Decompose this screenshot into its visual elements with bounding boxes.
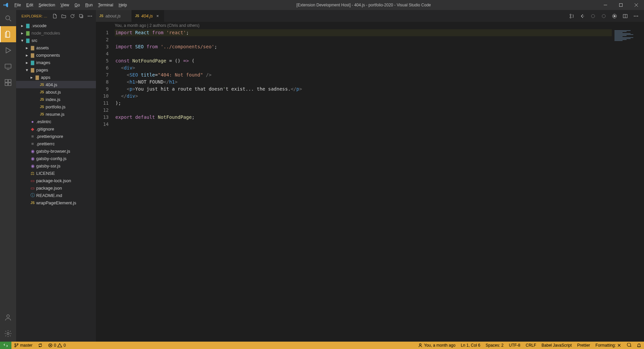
status-feedback-icon[interactable] [624, 342, 634, 349]
tree-folder-src[interactable]: ▾▇src [16, 37, 96, 44]
diff-icon[interactable] [569, 13, 576, 19]
tree-file-package-json[interactable]: ▭package.json [16, 184, 96, 192]
activity-explorer-icon[interactable] [0, 26, 16, 42]
svg-line-5 [9, 19, 11, 21]
new-folder-icon[interactable] [60, 13, 67, 19]
tree-folder-apps[interactable]: ▸▇apps [16, 73, 96, 81]
svg-point-22 [570, 17, 571, 18]
tree-label: about.js [46, 90, 61, 95]
tree-file-about-js[interactable]: JSabout.js [16, 88, 96, 96]
activity-run-icon[interactable] [0, 42, 16, 58]
menu-run[interactable]: Run [83, 3, 95, 7]
tree-file-wrappageelement-js[interactable]: JSwrapPageElement.js [16, 199, 96, 206]
chevron-right-icon: ▸ [24, 53, 30, 58]
svg-rect-17 [79, 14, 82, 17]
svg-point-30 [634, 15, 635, 16]
menu-help[interactable]: Help [116, 3, 130, 7]
svg-point-19 [90, 15, 91, 16]
svg-point-39 [420, 344, 421, 345]
status-remote-icon[interactable] [0, 342, 11, 349]
menu-view[interactable]: View [58, 3, 72, 7]
tree-label: .eslintrc [36, 119, 51, 124]
menu-file[interactable]: File [12, 3, 23, 7]
split-editor-icon[interactable] [623, 13, 630, 19]
tree-file-404-js[interactable]: JS404.js [16, 81, 96, 88]
status-sync-icon[interactable] [35, 342, 45, 349]
status-cursor[interactable]: Ln 1, Col 6 [458, 342, 483, 349]
activity-extensions-icon[interactable] [0, 74, 16, 91]
tree-folder-node-modules[interactable]: ▸▇node_modules [16, 29, 96, 37]
status-prettier[interactable]: Prettier [575, 342, 593, 349]
svg-point-18 [88, 15, 89, 16]
menu-terminal[interactable]: Terminal [95, 3, 116, 7]
menu-edit[interactable]: Edit [23, 3, 36, 7]
tree-label: LICENSE [36, 171, 55, 176]
tree-file--prettierignore[interactable]: ≡.prettierignore [16, 133, 96, 140]
tree-folder--vscode[interactable]: ▸▇.vscode [16, 22, 96, 29]
minimap[interactable] [612, 29, 644, 342]
menu-selection[interactable]: Selection [36, 3, 58, 7]
svg-marker-27 [614, 15, 616, 17]
svg-point-14 [7, 333, 9, 335]
status-bell-icon[interactable] [634, 342, 644, 349]
chevron-down-icon: ▾ [19, 38, 25, 43]
tree-file-gatsby-ssr-js[interactable]: ◉gatsby-ssr.js [16, 162, 96, 169]
minimize-button[interactable] [598, 0, 613, 10]
nav-next-icon[interactable] [601, 13, 608, 19]
activity-settings-icon[interactable] [0, 326, 16, 342]
status-branch[interactable]: master [11, 342, 35, 349]
editor-body[interactable]: 1234567891011121314 import React from 'r… [96, 29, 644, 342]
svg-point-4 [6, 16, 10, 20]
status-language[interactable]: Babel JavaScript [539, 342, 575, 349]
close-button[interactable] [629, 0, 644, 10]
tree-folder-pages[interactable]: ▾▇pages [16, 66, 96, 73]
menu-go[interactable]: Go [72, 3, 83, 7]
new-file-icon[interactable] [52, 13, 58, 19]
status-problems[interactable]: 0 0 [45, 342, 68, 349]
tree-file-license[interactable]: ⚖LICENSE [16, 169, 96, 177]
activity-search-icon[interactable] [0, 10, 16, 26]
status-gitlens-blame[interactable]: You, a month ago [415, 342, 458, 349]
tree-file-gatsby-browser-js[interactable]: ◉gatsby-browser.js [16, 147, 96, 155]
status-indent[interactable]: Spaces: 2 [483, 342, 506, 349]
svg-point-32 [637, 15, 638, 16]
nav-prev-icon[interactable] [590, 13, 598, 19]
tree-file-gatsby-config-js[interactable]: ◉gatsby-config.js [16, 155, 96, 162]
status-errors-count: 0 [54, 343, 56, 348]
tree-folder-images[interactable]: ▸▇images [16, 59, 96, 66]
tree-folder-components[interactable]: ▸▇components [16, 51, 96, 59]
tab-404-js[interactable]: JS404.js× [132, 10, 164, 22]
tree-file-resume-js[interactable]: JSresume.js [16, 110, 96, 118]
svg-point-25 [602, 14, 605, 18]
status-formatting[interactable]: Formatting: [593, 342, 624, 349]
tree-file-portfolio-js[interactable]: JSportfolio.js [16, 103, 96, 110]
tree-folder-assets[interactable]: ▸▇assets [16, 44, 96, 51]
tab-about-js[interactable]: JSabout.js [96, 10, 132, 22]
tree-label: package.json [36, 186, 62, 191]
collapse-all-icon[interactable] [78, 13, 85, 19]
tab-label: 404.js [141, 13, 153, 18]
tree-file-readme-md[interactable]: ⓘREADME.md [16, 192, 96, 199]
tree-label: images [36, 60, 50, 65]
refresh-icon[interactable] [69, 13, 76, 19]
tree-file-package-lock-json[interactable]: ▭package-lock.json [16, 177, 96, 184]
go-back-icon[interactable] [580, 13, 587, 19]
activity-remote-icon[interactable] [0, 58, 16, 74]
more-actions-icon[interactable] [633, 13, 641, 19]
run-icon[interactable] [612, 13, 619, 19]
tree-label: resume.js [46, 112, 64, 117]
tree-file--prettierrc[interactable]: ≡.prettierrc [16, 140, 96, 147]
svg-point-23 [583, 16, 584, 16]
activity-account-icon[interactable] [0, 309, 16, 326]
status-eol[interactable]: CRLF [523, 342, 539, 349]
close-tab-icon[interactable]: × [155, 13, 160, 18]
status-encoding[interactable]: UTF-8 [506, 342, 523, 349]
chevron-right-icon: ▸ [24, 45, 30, 50]
tree-file--gitignore[interactable]: ◆.gitignore [16, 125, 96, 133]
maximize-button[interactable] [613, 0, 629, 10]
code-content[interactable]: import React from 'react'; import SEO fr… [115, 29, 612, 342]
tree-file-index-js[interactable]: JSindex.js [16, 96, 96, 103]
tree-label: portfolio.js [46, 104, 65, 109]
tree-file--eslintrc[interactable]: ●.eslintrc [16, 118, 96, 125]
more-icon[interactable] [87, 13, 93, 19]
